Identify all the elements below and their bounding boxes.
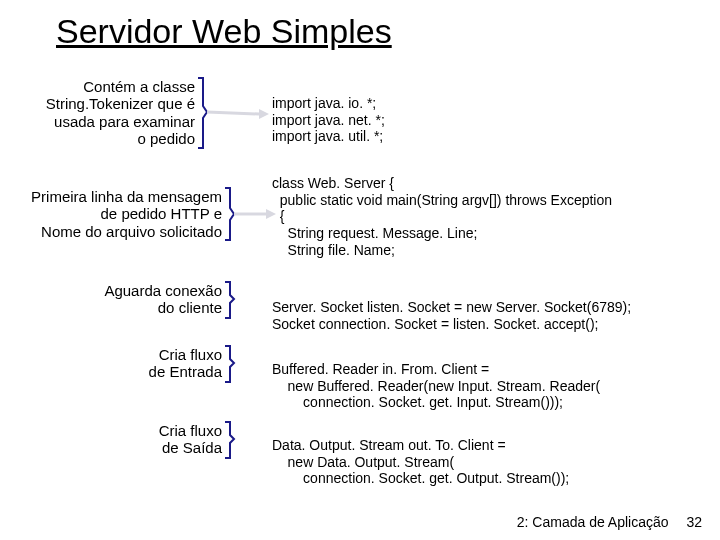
code-line: Data. Output. Stream out. To. Client = bbox=[272, 437, 506, 453]
code-line: new Data. Output. Stream( bbox=[272, 454, 454, 470]
annotation-request-line: Primeira linha da mensagem de pedido HTT… bbox=[0, 188, 222, 240]
code-line: new Buffered. Reader(new Input. Stream. … bbox=[272, 378, 600, 394]
slide-title: Servidor Web Simples bbox=[56, 12, 392, 51]
code-line: String request. Message. Line; bbox=[272, 225, 477, 241]
code-line: class Web. Server { bbox=[272, 175, 394, 191]
annotation-line: Cria fluxo bbox=[159, 422, 222, 439]
annotation-line: Primeira linha da mensagem bbox=[31, 188, 222, 205]
bracket-output-stream bbox=[222, 420, 238, 462]
code-line: public static void main(String argv[]) t… bbox=[272, 192, 612, 208]
annotation-line: Contém a classe bbox=[83, 78, 195, 95]
code-line: String file. Name; bbox=[272, 242, 395, 258]
svg-line-0 bbox=[207, 112, 259, 114]
code-line: import java. io. *; bbox=[272, 95, 376, 111]
annotation-input-stream: Cria fluxo de Entrada bbox=[100, 346, 222, 381]
bracket-input-stream bbox=[222, 344, 238, 386]
svg-marker-1 bbox=[259, 109, 269, 119]
bracket-imports bbox=[195, 76, 270, 154]
footer-label: 2: Camada de Aplicação bbox=[517, 514, 669, 530]
annotation-line: de Saída bbox=[162, 439, 222, 456]
code-input-stream: Buffered. Reader in. From. Client = new … bbox=[272, 344, 600, 411]
code-line: Socket connection. Socket = listen. Sock… bbox=[272, 316, 598, 332]
code-line: { bbox=[272, 208, 284, 224]
annotation-line: usada para examinar bbox=[54, 113, 195, 130]
code-line: connection. Socket. get. Output. Stream(… bbox=[272, 470, 569, 486]
code-line: connection. Socket. get. Input. Stream()… bbox=[272, 394, 563, 410]
annotation-line: String.Tokenizer que é bbox=[46, 95, 195, 112]
annotation-line: o pedido bbox=[137, 130, 195, 147]
code-line: import java. net. *; bbox=[272, 112, 385, 128]
code-class-main: class Web. Server { public static void m… bbox=[272, 158, 612, 259]
code-socket: Server. Socket listen. Socket = new Serv… bbox=[272, 282, 631, 332]
slide-footer: 2: Camada de Aplicação 32 bbox=[517, 514, 702, 530]
code-imports: import java. io. *; import java. net. *;… bbox=[272, 78, 385, 145]
annotation-output-stream: Cria fluxo de Saída bbox=[100, 422, 222, 457]
annotation-line: do cliente bbox=[158, 299, 222, 316]
bracket-request-line bbox=[222, 186, 277, 246]
code-line: import java. util. *; bbox=[272, 128, 383, 144]
annotation-line: de Entrada bbox=[149, 363, 222, 380]
code-output-stream: Data. Output. Stream out. To. Client = n… bbox=[272, 420, 569, 487]
annotation-line: Nome do arquivo solicitado bbox=[41, 223, 222, 240]
annotation-line: Aguarda conexão bbox=[104, 282, 222, 299]
annotation-line: Cria fluxo bbox=[159, 346, 222, 363]
bracket-socket bbox=[222, 280, 238, 322]
annotation-socket: Aguarda conexão do cliente bbox=[60, 282, 222, 317]
code-line: Server. Socket listen. Socket = new Serv… bbox=[272, 299, 631, 315]
code-line: Buffered. Reader in. From. Client = bbox=[272, 361, 489, 377]
page-number: 32 bbox=[686, 514, 702, 530]
annotation-line: de pedido HTTP e bbox=[101, 205, 222, 222]
annotation-imports: Contém a classe String.Tokenizer que é u… bbox=[20, 78, 195, 147]
